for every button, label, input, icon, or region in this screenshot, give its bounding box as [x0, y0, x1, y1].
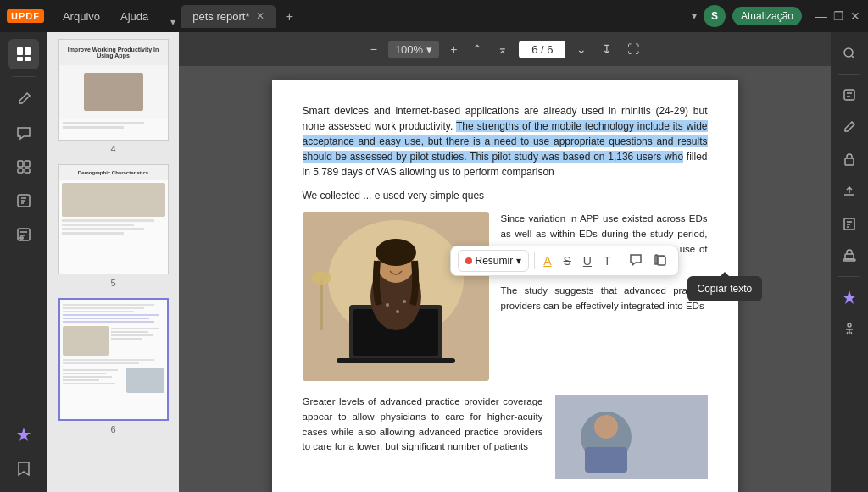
doc-bottom-section: Greater levels of advanced practice prov… [303, 395, 708, 479]
svg-point-25 [311, 271, 331, 285]
doc-right-para2: The study suggests that advanced practic… [501, 284, 708, 314]
rs-stamp-icon[interactable] [835, 241, 864, 270]
resumir-icon [465, 257, 472, 264]
titlebar: UPDF Arquivo Ajuda ▾ pets report* ✕ + ▾ … [0, 0, 868, 32]
tab-label: pets report* [192, 10, 249, 23]
svg-marker-36 [843, 290, 856, 304]
resumir-button[interactable]: Resumir ▾ [458, 250, 530, 272]
document-toolbar: − 100% ▾ + ⌃ ⌅ 6 / 6 ⌄ ↧ ⛶ [179, 32, 831, 66]
thumbnail-panel: Improve Working Productivity In Using Ap… [47, 32, 179, 492]
text-format-button[interactable]: T [600, 252, 615, 270]
resumir-dropdown[interactable]: ▾ [516, 253, 521, 268]
doc-paragraph-2: We collected ... e used very simple ques [303, 188, 708, 203]
right-sidebar [831, 32, 868, 492]
menu-arquivo[interactable]: Arquivo [54, 7, 108, 26]
svg-rect-24 [320, 279, 323, 330]
rs-separator-2 [838, 276, 860, 277]
doc-paragraph-1: Smart devices and internet-based applica… [303, 103, 708, 180]
copy-button[interactable] [651, 251, 671, 272]
scroll-top-button[interactable]: ⌅ [493, 40, 512, 58]
thumb4-title: Improve Working Productivity In Using Ap… [59, 47, 168, 58]
tab-close-button[interactable]: ✕ [256, 10, 264, 22]
zoom-in-button[interactable]: + [446, 40, 461, 58]
zoom-dropdown-icon[interactable]: ▾ [426, 43, 432, 56]
close-button[interactable]: ✕ [849, 10, 861, 22]
sidebar-icon-edit[interactable] [8, 84, 39, 114]
svg-point-28 [594, 415, 618, 439]
svg-rect-31 [844, 90, 854, 100]
svg-rect-10 [20, 237, 23, 239]
strikethrough-button[interactable]: S [560, 252, 575, 270]
copy-tooltip: Copiar texto [687, 276, 763, 301]
resumir-label: Resumir [476, 253, 514, 268]
add-tab-button[interactable]: + [278, 6, 300, 28]
content-area: − 100% ▾ + ⌃ ⌅ 6 / 6 ⌄ ↧ ⛶ Smart devices… [179, 32, 831, 492]
thumbnail-item-6[interactable]: 6 [53, 298, 174, 434]
svg-point-23 [403, 300, 406, 303]
thumb4-label: 4 [110, 144, 115, 154]
avatar: S [704, 5, 726, 27]
app-logo: UPDF [7, 9, 44, 23]
thumb5-title: Demographic Characteristics [78, 170, 148, 175]
sidebar-icon-comment[interactable] [8, 118, 39, 148]
rs-accessibility-icon[interactable] [835, 315, 864, 344]
svg-rect-35 [843, 259, 855, 261]
zoom-value: 100% [395, 43, 423, 56]
svg-rect-32 [845, 158, 854, 165]
sidebar-icon-pages[interactable] [8, 39, 39, 69]
sidebar-icon-organize[interactable] [8, 152, 39, 182]
doc-main-image [303, 212, 489, 381]
rs-search-icon[interactable] [835, 39, 864, 68]
underline-button[interactable]: U [580, 252, 595, 270]
minimize-button[interactable]: — [815, 10, 827, 22]
sidebar-icon-ai[interactable] [8, 419, 39, 450]
toolbar-separator-2 [620, 253, 620, 268]
active-tab[interactable]: pets report* ✕ [181, 5, 276, 28]
main-layout: Improve Working Productivity In Using Ap… [0, 32, 868, 492]
tab-bar: ▾ pets report* ✕ + [165, 5, 692, 28]
menu-bar: Arquivo Ajuda [54, 7, 157, 26]
titlebar-right: ▾ S Atualização — ❐ ✕ [692, 5, 861, 27]
zoom-level-display: 100% ▾ [388, 41, 439, 58]
doc-text-end: e used very simple ques [375, 190, 484, 202]
highlight-button[interactable]: A [540, 252, 554, 270]
rs-edit-icon[interactable] [835, 113, 864, 141]
svg-point-30 [844, 48, 853, 57]
svg-marker-11 [17, 428, 31, 441]
sidebar-icon-bookmark[interactable] [8, 453, 39, 484]
left-sidebar [0, 32, 47, 492]
rs-ai-icon[interactable] [835, 283, 864, 312]
zoom-out-button[interactable]: − [366, 40, 381, 58]
maximize-button[interactable]: ❐ [832, 10, 844, 22]
thumbnail-item-4[interactable]: Improve Working Productivity In Using Ap… [53, 39, 174, 154]
sidebar-icon-forms[interactable] [8, 219, 39, 250]
total-pages: 6 [547, 43, 553, 56]
sidebar-icon-convert[interactable] [8, 185, 39, 216]
rs-lock-icon[interactable] [835, 145, 864, 174]
svg-point-21 [386, 303, 389, 307]
rs-upload-icon[interactable] [835, 177, 864, 206]
svg-rect-6 [18, 169, 23, 173]
rs-ocr-icon[interactable] [835, 80, 864, 109]
document-scroll-area[interactable]: Smart devices and internet-based applica… [179, 66, 831, 492]
floating-toolbar: Resumir ▾ A S U T [450, 246, 679, 276]
update-button[interactable]: Atualização [732, 7, 802, 25]
thumbnail-item-5[interactable]: Demographic Characteristics 5 [53, 164, 174, 288]
rs-note-icon[interactable] [835, 209, 864, 238]
scroll-down-button[interactable]: ⌄ [572, 40, 591, 58]
more-dropdown[interactable]: ▾ [692, 10, 697, 22]
sidebar-separator [12, 76, 36, 77]
comment-button[interactable] [626, 251, 646, 272]
svg-rect-3 [25, 57, 31, 61]
menu-ajuda[interactable]: Ajuda [112, 7, 157, 26]
thumb5-label: 5 [110, 278, 115, 288]
document-page: Smart devices and internet-based applica… [272, 80, 738, 492]
fit-screen-button[interactable]: ⛶ [623, 40, 643, 58]
scroll-up-button[interactable]: ⌃ [468, 40, 487, 58]
page-info-display: 6 / 6 [519, 41, 565, 58]
window-controls: — ❐ ✕ [815, 10, 861, 22]
scroll-bottom-button[interactable]: ↧ [598, 40, 616, 58]
svg-rect-12 [658, 257, 665, 265]
svg-rect-34 [845, 254, 854, 259]
tabs-dropdown[interactable]: ▾ [165, 16, 181, 28]
